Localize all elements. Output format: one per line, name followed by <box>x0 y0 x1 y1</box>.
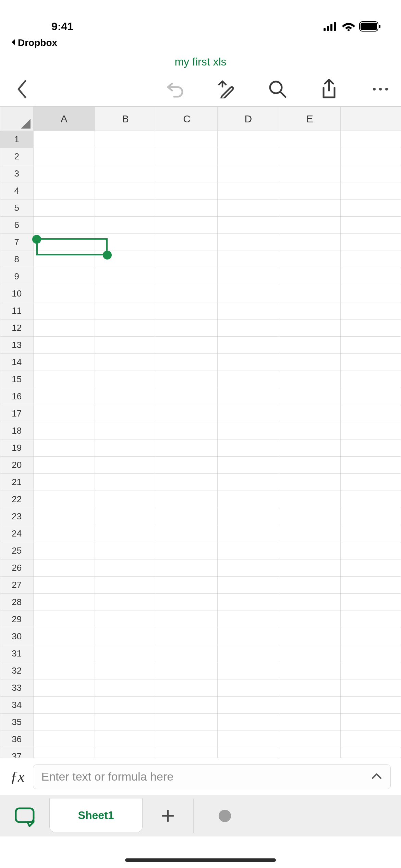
cell[interactable] <box>156 182 217 200</box>
row-header[interactable]: 3 <box>0 165 34 182</box>
cell[interactable] <box>218 337 279 354</box>
cell[interactable] <box>279 285 340 302</box>
cell[interactable] <box>95 200 156 217</box>
cell[interactable] <box>279 148 340 165</box>
cell[interactable] <box>95 714 156 731</box>
cell[interactable] <box>33 131 95 148</box>
document-title[interactable]: my first xls <box>174 56 226 68</box>
cell[interactable] <box>95 182 156 200</box>
cell[interactable] <box>340 320 401 337</box>
cell[interactable] <box>95 542 156 559</box>
selection-handle-top-left[interactable] <box>32 235 41 244</box>
cell[interactable] <box>156 268 217 285</box>
cell[interactable] <box>95 320 156 337</box>
cell[interactable] <box>33 559 95 577</box>
cell[interactable] <box>95 559 156 577</box>
cell[interactable] <box>340 611 401 628</box>
cell[interactable] <box>279 268 340 285</box>
cell[interactable] <box>340 251 401 268</box>
cell[interactable] <box>279 714 340 731</box>
cell[interactable] <box>279 439 340 457</box>
cell[interactable] <box>279 731 340 748</box>
cell[interactable] <box>156 200 217 217</box>
row-header[interactable]: 36 <box>0 731 34 748</box>
col-header-C[interactable]: C <box>156 107 217 131</box>
cell[interactable] <box>218 474 279 491</box>
row-header[interactable]: 19 <box>0 439 34 457</box>
select-all-corner[interactable] <box>0 107 34 131</box>
cell[interactable] <box>340 474 401 491</box>
cell[interactable] <box>218 148 279 165</box>
cell[interactable] <box>218 268 279 285</box>
cell[interactable] <box>156 439 217 457</box>
cell[interactable] <box>218 662 279 679</box>
cell[interactable] <box>95 645 156 662</box>
cell[interactable] <box>340 679 401 697</box>
cell[interactable] <box>156 679 217 697</box>
cell[interactable] <box>156 234 217 251</box>
cell[interactable] <box>279 525 340 542</box>
col-header-D[interactable]: D <box>218 107 279 131</box>
cell[interactable] <box>279 662 340 679</box>
cell[interactable] <box>340 268 401 285</box>
row-header[interactable]: 21 <box>0 474 34 491</box>
cell[interactable] <box>95 491 156 508</box>
cell[interactable] <box>95 131 156 148</box>
cell[interactable] <box>95 217 156 234</box>
cell[interactable] <box>156 285 217 302</box>
cell[interactable] <box>156 405 217 422</box>
cell[interactable] <box>340 542 401 559</box>
cell[interactable] <box>340 457 401 474</box>
cell[interactable] <box>156 628 217 645</box>
cell[interactable] <box>95 371 156 388</box>
cell[interactable] <box>279 645 340 662</box>
cell[interactable] <box>279 320 340 337</box>
cell[interactable] <box>156 645 217 662</box>
cell[interactable] <box>95 422 156 439</box>
row-header[interactable]: 18 <box>0 422 34 439</box>
row-header[interactable]: 1 <box>0 131 34 148</box>
row-header[interactable]: 27 <box>0 577 34 594</box>
row-header[interactable]: 33 <box>0 679 34 697</box>
cell[interactable] <box>279 508 340 525</box>
cell[interactable] <box>33 285 95 302</box>
cell[interactable] <box>33 251 95 268</box>
row-header[interactable]: 32 <box>0 662 34 679</box>
cell[interactable] <box>95 594 156 611</box>
cell[interactable] <box>156 165 217 182</box>
cell[interactable] <box>218 611 279 628</box>
cell[interactable] <box>218 302 279 320</box>
cell[interactable] <box>218 234 279 251</box>
cell[interactable] <box>33 594 95 611</box>
cell[interactable] <box>33 182 95 200</box>
cell[interactable] <box>218 439 279 457</box>
cell[interactable] <box>279 165 340 182</box>
cell[interactable] <box>340 422 401 439</box>
row-header[interactable]: 14 <box>0 354 34 371</box>
cell[interactable] <box>33 268 95 285</box>
cell[interactable] <box>340 559 401 577</box>
cell[interactable] <box>33 577 95 594</box>
cell[interactable] <box>156 371 217 388</box>
cell[interactable] <box>218 577 279 594</box>
cell[interactable] <box>340 577 401 594</box>
cell[interactable] <box>340 217 401 234</box>
cell[interactable] <box>33 422 95 439</box>
cell[interactable] <box>95 508 156 525</box>
cell[interactable] <box>156 422 217 439</box>
cell[interactable] <box>33 320 95 337</box>
cell[interactable] <box>156 148 217 165</box>
grid[interactable]: A B C D E 123456789101112131415161718192… <box>0 107 401 817</box>
cell[interactable] <box>33 731 95 748</box>
cell[interactable] <box>279 457 340 474</box>
cell[interactable] <box>340 439 401 457</box>
row-header[interactable]: 30 <box>0 628 34 645</box>
cell[interactable] <box>340 131 401 148</box>
cell[interactable] <box>156 697 217 714</box>
cell[interactable] <box>340 645 401 662</box>
cell[interactable] <box>95 302 156 320</box>
cell[interactable] <box>156 388 217 405</box>
cell[interactable] <box>156 217 217 234</box>
cell[interactable] <box>95 405 156 422</box>
cell[interactable] <box>218 594 279 611</box>
